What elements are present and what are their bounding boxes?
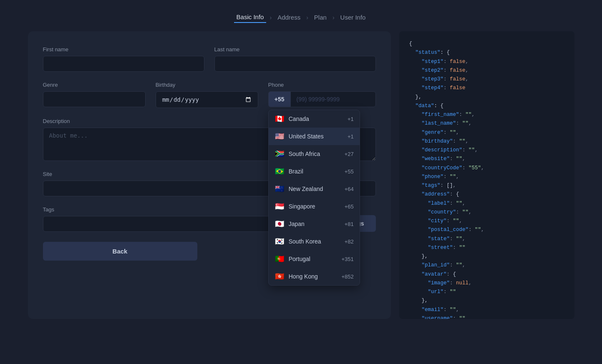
birthday-group: Birthday bbox=[156, 82, 258, 108]
step-basic-info[interactable]: Basic Info bbox=[234, 12, 267, 23]
country-item[interactable]: 🇵🇹Portugal+351 bbox=[269, 250, 360, 268]
country-name: South Africa bbox=[289, 151, 340, 157]
country-name: Portugal bbox=[289, 256, 338, 262]
back-button[interactable]: Back bbox=[43, 242, 197, 261]
country-item[interactable]: 🇸🇬Singapore+65 bbox=[269, 198, 360, 215]
country-code: +65 bbox=[345, 203, 354, 210]
step-sep-2: › bbox=[306, 14, 308, 21]
country-item[interactable]: 🇧🇷Brazil+55 bbox=[269, 163, 360, 180]
genre-label: Genre bbox=[43, 82, 146, 88]
step-address[interactable]: Address bbox=[275, 12, 303, 23]
country-flag: 🇨🇦 bbox=[275, 114, 285, 123]
last-name-label: Last name bbox=[214, 46, 376, 53]
last-name-input[interactable] bbox=[214, 56, 376, 72]
country-name: New Zealand bbox=[289, 186, 340, 192]
country-code: +852 bbox=[341, 274, 353, 280]
step-user-info[interactable]: User Info bbox=[338, 12, 368, 23]
country-item[interactable]: 🇭🇰Hong Kong+852 bbox=[269, 268, 360, 285]
phone-input-row: +55 bbox=[268, 91, 376, 107]
json-panel: { "status": { "step1": false, "step2": f… bbox=[399, 31, 574, 319]
phone-number-input[interactable] bbox=[290, 91, 376, 107]
genre-birthday-phone-row: Genre Birthday Phone +55 🇨🇦Canada+1🇺🇸Uni… bbox=[43, 82, 376, 108]
country-name: Canada bbox=[289, 115, 343, 122]
country-flag: 🇸🇬 bbox=[275, 202, 285, 211]
country-flag: 🇧🇷 bbox=[275, 167, 285, 176]
form-card: First name Last name Genre Birthday Phon… bbox=[28, 31, 391, 319]
birthday-label: Birthday bbox=[156, 82, 258, 88]
country-item[interactable]: 🇨🇦Canada+1 bbox=[269, 110, 360, 128]
step-sep-3: › bbox=[332, 14, 335, 21]
name-row: First name Last name bbox=[43, 46, 376, 72]
country-item[interactable]: 🇯🇵Japan+81 bbox=[269, 215, 360, 233]
country-code: +351 bbox=[341, 256, 353, 262]
genre-input[interactable] bbox=[43, 91, 146, 107]
country-flag: 🇳🇿 bbox=[275, 184, 285, 193]
country-flag: 🇵🇹 bbox=[275, 254, 285, 264]
country-item[interactable]: 🇿🇦South Africa+27 bbox=[269, 145, 360, 163]
country-name: Hong Kong bbox=[289, 273, 338, 280]
country-name: United States bbox=[289, 133, 343, 140]
country-item[interactable]: 🇺🇸United States+1 bbox=[269, 128, 360, 145]
country-name: South Korea bbox=[289, 238, 340, 245]
step-sep-1: › bbox=[270, 14, 272, 21]
first-name-input[interactable] bbox=[43, 56, 204, 72]
country-flag: 🇯🇵 bbox=[275, 219, 285, 228]
phone-group: Phone +55 🇨🇦Canada+1🇺🇸United States+1🇿🇦S… bbox=[268, 82, 376, 108]
country-code: +27 bbox=[345, 151, 354, 157]
phone-label: Phone bbox=[268, 82, 376, 88]
country-flag: 🇺🇸 bbox=[275, 132, 285, 141]
birthday-input[interactable] bbox=[156, 91, 258, 108]
country-code: +82 bbox=[345, 238, 354, 245]
country-flag: 🇿🇦 bbox=[275, 149, 285, 158]
country-name: Brazil bbox=[289, 168, 340, 175]
first-name-group: First name bbox=[43, 46, 204, 72]
country-flag: 🇰🇷 bbox=[275, 237, 285, 246]
country-dropdown: 🇨🇦Canada+1🇺🇸United States+1🇿🇦South Afric… bbox=[268, 110, 360, 286]
country-item[interactable]: 🇰🇷South Korea+82 bbox=[269, 233, 360, 250]
genre-group: Genre bbox=[43, 82, 146, 108]
country-code: +1 bbox=[348, 116, 354, 122]
json-bracket-open: { bbox=[409, 41, 413, 47]
country-flag: 🇭🇰 bbox=[275, 272, 285, 281]
first-name-label: First name bbox=[43, 46, 204, 53]
last-name-group: Last name bbox=[214, 46, 376, 72]
step-plan[interactable]: Plan bbox=[312, 12, 329, 23]
main-layout: First name Last name Genre Birthday Phon… bbox=[0, 31, 602, 319]
country-code: +81 bbox=[345, 221, 354, 227]
stepper: Basic Info › Address › Plan › User Info bbox=[0, 0, 602, 31]
country-code: +1 bbox=[348, 133, 354, 140]
country-name: Japan bbox=[289, 221, 340, 227]
country-code: +55 bbox=[345, 168, 354, 175]
country-item[interactable]: 🇳🇿New Zealand+64 bbox=[269, 180, 360, 198]
phone-code-button[interactable]: +55 bbox=[268, 91, 290, 107]
country-code: +64 bbox=[345, 186, 354, 192]
country-name: Singapore bbox=[289, 203, 340, 210]
